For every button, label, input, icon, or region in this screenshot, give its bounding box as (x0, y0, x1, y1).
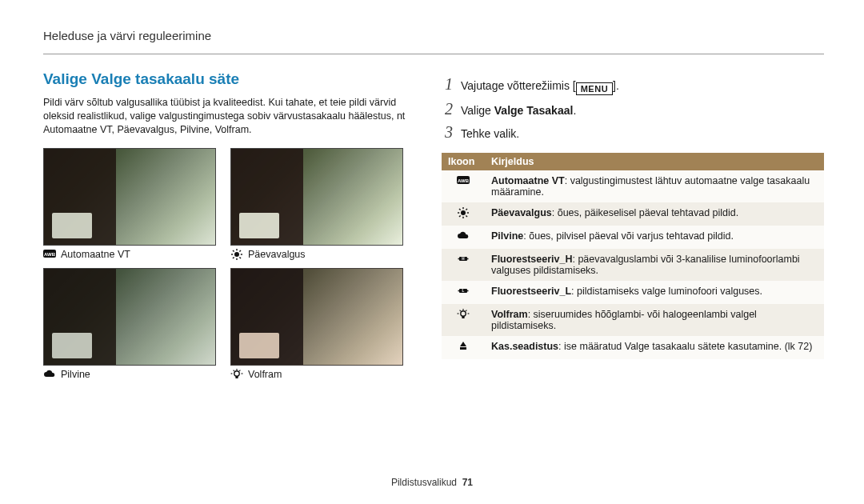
row-icon-cell (442, 170, 485, 202)
row-icon-cell (442, 226, 485, 249)
col-icon: Ikoon (442, 153, 485, 170)
step-2: 2 Valige Valge Tasakaal. (442, 100, 824, 118)
table-row: Automaatne VT: valgustingimustest lähtuv… (442, 170, 824, 202)
row-desc: Päevavalgus: õues, päikeselisel päeval t… (485, 202, 824, 226)
table-row: Päevavalgus: õues, päikeselisel päeval t… (442, 202, 824, 226)
thumb-image (43, 148, 216, 246)
row-desc: Fluorestseeriv_L: pildistamiseks valge l… (485, 281, 824, 304)
thumb-caption: Pilvine (43, 369, 216, 380)
page-footer: Pildistusvalikud 71 (0, 477, 864, 488)
fluor-h-icon (457, 254, 470, 265)
awb-icon (43, 249, 56, 260)
thumb-label: Päevavalgus (248, 249, 306, 260)
thumb-image (230, 268, 403, 366)
row-desc: Automaatne VT: valgustingimustest lähtuv… (485, 170, 824, 202)
menu-button: MENU (576, 82, 613, 95)
bulb-icon (457, 309, 470, 320)
custom-icon (457, 341, 470, 352)
thumb-image (230, 148, 403, 246)
settings-table: Ikoon Kirjeldus Automaatne VT: valgustin… (442, 153, 824, 359)
row-desc: Kas.seadistus: ise määratud Valge tasaka… (485, 336, 824, 359)
table-row: Pilvine: õues, pilvisel päeval või varju… (442, 226, 824, 249)
page-header: Heleduse ja värvi reguleerimine (43, 29, 824, 42)
step-1: 1 Vajutage võtterežiimis [MENU]. (442, 75, 824, 95)
bulb-icon (230, 369, 243, 380)
thumb-0: Automaatne VT (43, 148, 216, 260)
sun-icon (230, 249, 243, 260)
thumb-2: Pilvine (43, 268, 216, 380)
awb-icon (457, 175, 470, 186)
col-desc: Kirjeldus (485, 153, 824, 170)
row-desc: Pilvine: õues, pilvisel päeval või varju… (485, 226, 824, 249)
thumb-caption: Volfram (230, 369, 403, 380)
row-desc: Fluorestseeriv_H: päevavalguslambi või 3… (485, 249, 824, 281)
thumb-image (43, 268, 216, 366)
row-icon-cell (442, 281, 485, 304)
cloud-icon (457, 230, 470, 242)
intro-text: Pildi värv sõltub valgusallika tüübist j… (43, 96, 419, 137)
row-icon-cell (442, 336, 485, 359)
cloud-icon (43, 369, 56, 380)
table-row: Volfram: siseruumides hõõglambi- või hal… (442, 304, 824, 336)
sun-icon (457, 207, 470, 218)
thumb-caption: Automaatne VT (43, 249, 216, 260)
row-icon-cell (442, 202, 485, 226)
row-icon-cell (442, 249, 485, 281)
thumb-label: Automaatne VT (61, 249, 130, 260)
step-3: 3 Tehke valik. (442, 123, 824, 142)
fluor-l-icon (457, 286, 470, 297)
thumb-label: Volfram (248, 369, 282, 380)
section-title: Valige Valge tasakaalu säte (43, 70, 419, 88)
table-row: Kas.seadistus: ise määratud Valge tasaka… (442, 336, 824, 359)
thumb-1: Päevavalgus (230, 148, 403, 260)
row-desc: Volfram: siseruumides hõõglambi- või hal… (485, 304, 824, 336)
divider (43, 54, 824, 54)
thumb-caption: Päevavalgus (230, 249, 403, 260)
table-row: Fluorestseeriv_H: päevavalguslambi või 3… (442, 249, 824, 281)
row-icon-cell (442, 304, 485, 336)
thumb-label: Pilvine (61, 369, 90, 380)
table-row: Fluorestseeriv_L: pildistamiseks valge l… (442, 281, 824, 304)
thumb-3: Volfram (230, 268, 403, 380)
